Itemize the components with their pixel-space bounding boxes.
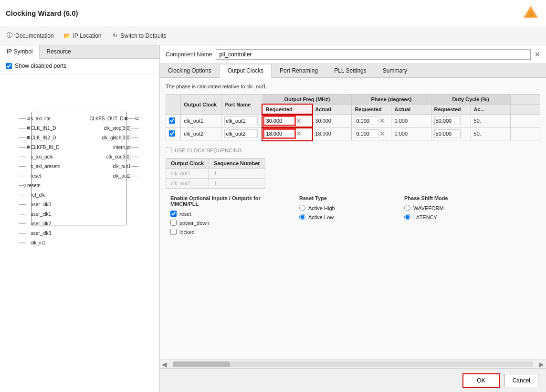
waveform-radio[interactable] xyxy=(404,205,410,211)
tab-clocking-options[interactable]: Clocking Options xyxy=(160,64,220,77)
col-sub-freq-actual: Actual xyxy=(312,105,352,115)
tab-pll-settings[interactable]: PLL Settings xyxy=(326,64,375,77)
content-area: The phase is calculated relative to clk_… xyxy=(160,78,546,360)
seq-row-2: clk_out2 1 xyxy=(166,179,265,189)
row2-enabled-checkbox[interactable] xyxy=(169,130,175,137)
app-logo xyxy=(521,3,540,22)
row2-freq-actual: 18.000 xyxy=(312,127,352,140)
scrollbar-area: ◀ ▶ xyxy=(160,360,546,368)
row1-freq-clear-button[interactable]: ✕ xyxy=(296,117,302,125)
port-clk-cor: clk_cor[3:0] ── xyxy=(89,152,138,161)
phase-note: The phase is calculated relative to clk_… xyxy=(166,84,540,89)
main-layout: IP Symbol Resource Show disabled ports ─… xyxy=(0,45,546,392)
switch-to-defaults-button[interactable]: ↻ Switch to Defaults xyxy=(111,32,167,40)
right-panel: Component Name ✕ Clocking Options Output… xyxy=(160,45,546,392)
info-icon: ⓘ xyxy=(6,32,13,40)
col-header-extra xyxy=(510,95,540,105)
col-header-phase: Phase (degrees) xyxy=(352,95,431,105)
tab-port-renaming[interactable]: Port Renaming xyxy=(272,64,326,77)
sequence-table: Output Clock Sequence Number clk_out1 1 … xyxy=(166,158,265,189)
port-clk-in1: ── clk_in1 xyxy=(19,238,60,247)
row1-enabled-checkbox[interactable] xyxy=(169,117,175,124)
scroll-track[interactable] xyxy=(173,361,533,367)
power-down-checkbox[interactable] xyxy=(170,220,177,226)
use-clock-sequencing-label: USE CLOCK SEQUENCING xyxy=(175,148,242,153)
reset-label: reset xyxy=(179,211,191,217)
row2-checkbox-cell[interactable] xyxy=(166,127,181,140)
power-down-checkbox-row: power_down xyxy=(170,220,290,226)
scroll-thumb[interactable] xyxy=(173,361,230,367)
use-clock-sequencing-checkbox[interactable] xyxy=(166,147,172,153)
row1-duty-requested-input[interactable] xyxy=(434,117,461,125)
latency-radio-row: LATENCY xyxy=(404,214,536,220)
port-clk-out2: clk_out2 ── xyxy=(89,171,138,180)
tab-resource[interactable]: Resource xyxy=(40,45,78,58)
power-down-label: power_down xyxy=(179,220,209,226)
row2-freq-requested-input[interactable] xyxy=(264,129,295,138)
row1-port-name[interactable] xyxy=(221,115,262,127)
col-header-output-freq: Output Freq (MHz) xyxy=(262,95,352,105)
component-name-label: Component Name xyxy=(166,51,212,58)
port-reset: ── reset xyxy=(19,171,60,180)
waveform-radio-row: WAVEFORM xyxy=(404,205,536,211)
phase-shift-mode-col: Phase Shift Mode WAVEFORM LATENCY xyxy=(399,195,540,238)
col-header-empty xyxy=(166,95,181,115)
scroll-right-button[interactable]: ▶ xyxy=(537,360,546,368)
ip-location-button[interactable]: 📂 IP Location xyxy=(63,32,102,40)
component-name-input[interactable] xyxy=(216,49,531,60)
row2-phase-req-container: ✕ xyxy=(355,129,388,138)
row2-phase-clear-button[interactable]: ✕ xyxy=(379,130,385,138)
active-high-label: Active High xyxy=(308,205,335,211)
scroll-left-button[interactable]: ◀ xyxy=(160,360,169,368)
row2-port-name[interactable] xyxy=(221,127,262,140)
reset-checkbox[interactable] xyxy=(170,211,177,217)
active-high-radio[interactable] xyxy=(299,205,305,211)
toolbar: ⓘ Documentation 📂 IP Location ↻ Switch t… xyxy=(0,26,546,45)
row2-phase-requested-input[interactable] xyxy=(355,129,378,138)
row1-port-name-input[interactable] xyxy=(224,117,258,125)
row1-duty-actual: 50. xyxy=(471,115,510,127)
ok-button[interactable]: OK xyxy=(462,373,499,388)
row2-freq-clear-button[interactable]: ✕ xyxy=(296,130,302,138)
close-component-button[interactable]: ✕ xyxy=(535,51,540,58)
port-clk-out1: clk_out1 ── xyxy=(89,162,138,170)
port-interrupt: interrupt ── xyxy=(89,143,138,151)
row2-freq-req-cell: ✕ xyxy=(262,127,312,140)
locked-checkbox[interactable] xyxy=(170,229,177,235)
seq-row-1: clk_out1 1 xyxy=(166,169,265,179)
locked-checkbox-row: locked xyxy=(170,229,290,235)
left-tab-bar: IP Symbol Resource xyxy=(0,45,159,59)
switch-to-defaults-label: Switch to Defaults xyxy=(121,32,167,39)
cancel-button[interactable]: Cancel xyxy=(504,374,538,387)
row1-freq-actual: 30.000 xyxy=(312,115,352,127)
show-disabled-checkbox[interactable] xyxy=(6,63,12,69)
clock-row-2: clk_out2 ✕ 18.000 ✕ xyxy=(166,127,540,140)
row1-freq-requested-input[interactable] xyxy=(264,117,295,125)
port-clkfb-out-d: CLKFB_OUT_D ── xyxy=(89,114,138,123)
port-clkfb-in-d: ── CLKFB_IN_D xyxy=(19,143,60,151)
row2-port-name-input[interactable] xyxy=(224,129,258,138)
tab-ip-symbol[interactable]: IP Symbol xyxy=(0,45,40,59)
row1-checkbox-cell[interactable] xyxy=(166,115,181,127)
row1-phase-clear-button[interactable]: ✕ xyxy=(379,117,385,125)
row2-duty-requested-input[interactable] xyxy=(434,129,461,138)
tab-summary[interactable]: Summary xyxy=(375,64,415,77)
show-disabled-label: Show disabled ports xyxy=(15,63,66,69)
active-low-radio[interactable] xyxy=(299,214,305,220)
tab-bar: Clocking Options Output Clocks Port Rena… xyxy=(160,64,546,78)
app-title: Clocking Wizard (6.0) xyxy=(6,9,78,17)
refresh-icon: ↻ xyxy=(111,32,119,40)
header: Clocking Wizard (6.0) xyxy=(0,0,546,26)
row1-phase-requested-input[interactable] xyxy=(355,117,378,125)
port-s-axi-aresetn: ── s_axi_aresetn xyxy=(19,162,60,170)
clock-table: Output Clock Port Name Output Freq (MHz)… xyxy=(166,94,540,140)
component-name-bar: Component Name ✕ xyxy=(160,45,546,64)
col-sub-duty-actual: Ac... xyxy=(471,105,510,115)
clock-row-1: clk_out1 ✕ 30.000 ✕ xyxy=(166,115,540,127)
tab-output-clocks[interactable]: Output Clocks xyxy=(220,64,272,78)
row1-freq-req-cell: ✕ xyxy=(262,115,312,127)
port-ref-clk: ── ref_clk xyxy=(19,191,60,199)
documentation-button[interactable]: ⓘ Documentation xyxy=(6,32,54,40)
latency-radio[interactable] xyxy=(404,214,410,220)
active-high-radio-row: Active High xyxy=(299,205,395,211)
